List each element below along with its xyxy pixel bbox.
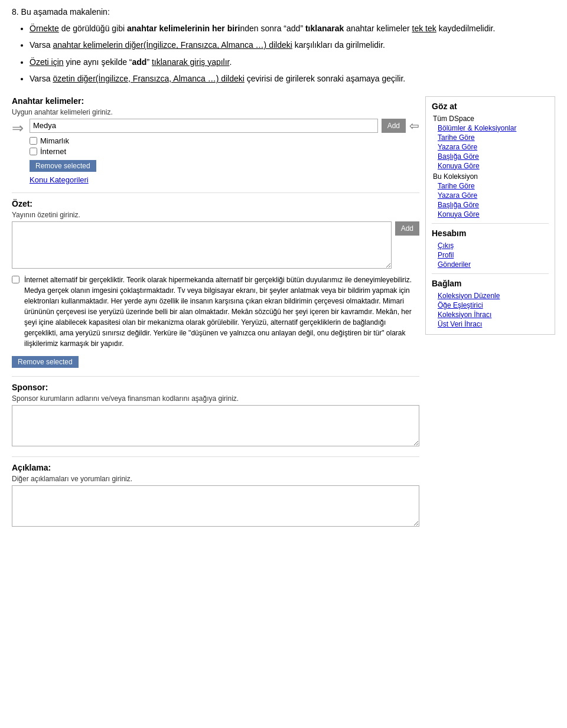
sponsor-section: Sponsor: Sponsor kurumların adlarını ve/… bbox=[12, 376, 419, 448]
ozet-section: Özet: Yayının özetini giriniz. Add bbox=[12, 192, 419, 269]
sidebar-link-tarihe1[interactable]: Tarihe Göre bbox=[438, 133, 549, 142]
ozetin-diger: özetin diğer(İngilizce, Fransızca, Alman… bbox=[53, 74, 244, 83]
divider-2 bbox=[432, 273, 549, 274]
sidebar-link-basliga2[interactable]: Başlığa Göre bbox=[438, 201, 549, 209]
tek-tek: tek tek bbox=[412, 24, 436, 33]
left-panel: Anahtar kelimeler: Uygun anahtar kelimel… bbox=[12, 96, 425, 537]
ozet-textarea-row: Add bbox=[12, 221, 419, 269]
sidebar-link-konuya1[interactable]: Konuya Göre bbox=[438, 162, 549, 170]
checkbox-mimarlik-input[interactable] bbox=[30, 137, 37, 145]
baglam-title: Bağlam bbox=[432, 279, 549, 288]
sidebar-link-basliga1[interactable]: Başlığa Göre bbox=[438, 152, 549, 161]
her-biri: anahtar kelimelerinin her biri bbox=[127, 24, 240, 33]
main-content: Anahtar kelimeler: Uygun anahtar kelimel… bbox=[12, 96, 555, 537]
keywords-hint: Uygun anahtar kelimeleri giriniz. bbox=[12, 108, 419, 116]
step-bullets: Örnekte de görüldüğü gibi anahtar kelime… bbox=[30, 22, 555, 86]
sidebar-link-yazara1[interactable]: Yazara Göre bbox=[438, 143, 549, 151]
left-arrow-icon: ⇒ bbox=[12, 120, 24, 136]
tum-dspace-text: Tüm DSpace bbox=[433, 115, 549, 123]
bu-koleksiyon-text: Bu Koleksiyon bbox=[433, 172, 549, 181]
sidebar-link-koleksiyon-duzenle[interactable]: Koleksiyon Düzenle bbox=[438, 292, 549, 300]
right-panel: Göz at Tüm DSpace Bölümler & Koleksiyonl… bbox=[425, 96, 555, 335]
ornekte: Örnekte bbox=[30, 24, 59, 33]
checkbox-mimarlik: Mimarlık bbox=[30, 136, 419, 145]
bullet-1: Örnekte de görüldüğü gibi anahtar kelime… bbox=[30, 22, 555, 35]
divider-1 bbox=[432, 223, 549, 224]
sidebar-link-cikis[interactable]: Çıkış bbox=[438, 241, 549, 250]
ozet-add-col: Add bbox=[395, 221, 419, 236]
step-intro: Bu aşamada makalenin: bbox=[21, 7, 110, 17]
sidebar-link-gonderiler[interactable]: Gönderiler bbox=[438, 260, 549, 269]
goz-at-title: Göz at bbox=[432, 102, 549, 111]
sponsor-label: Sponsor: bbox=[12, 383, 419, 392]
sidebar-link-bolumler[interactable]: Bölümler & Koleksiyonlar bbox=[438, 124, 549, 132]
step-num-label: 8. bbox=[12, 7, 19, 17]
ozet-hint: Yayının özetini giriniz. bbox=[12, 211, 419, 219]
step-header: 8. Bu aşamada makalenin: Örnekte de görü… bbox=[12, 6, 555, 89]
aciklama-section: Açıklama: Diğer açıklamaları ve yorumlar… bbox=[12, 456, 419, 528]
keywords-input-row: Add ⇦ bbox=[30, 119, 419, 133]
sidebar-link-profil[interactable]: Profil bbox=[438, 251, 549, 259]
keywords-section: Anahtar kelimeler: Uygun anahtar kelimel… bbox=[12, 96, 419, 184]
aciklama-hint: Diğer açıklamaları ve yorumları giriniz. bbox=[12, 475, 419, 483]
sidebar-link-yazara2[interactable]: Yazara Göre bbox=[438, 191, 549, 200]
keywords-add-button[interactable]: Add bbox=[382, 119, 406, 133]
ozet-add-button[interactable]: Add bbox=[395, 221, 419, 236]
sidebar-link-tarihe2[interactable]: Tarihe Göre bbox=[438, 182, 549, 190]
bullet-2: Varsa anahtar kelimelerin diğer(İngilizc… bbox=[30, 38, 555, 51]
sponsor-hint: Sponsor kurumların adlarını ve/veya fina… bbox=[12, 394, 419, 403]
step-number: 8. Bu aşamada makalenin: bbox=[12, 6, 555, 18]
hesabim-title: Hesabım bbox=[432, 228, 549, 238]
tiklanarak: tıklanarak bbox=[305, 24, 344, 33]
right-arrow-icon: ⇦ bbox=[409, 119, 419, 133]
bullet-4: Varsa özetin diğer(İngilizce, Fransızca,… bbox=[30, 72, 555, 85]
internet-checkbox[interactable] bbox=[12, 276, 19, 283]
diger-dil: anahtar kelimelerin diğer(İngilizce, Fra… bbox=[53, 40, 292, 50]
sidebar-link-konuya2[interactable]: Konuya Göre bbox=[438, 210, 549, 218]
remove-button-2[interactable]: Remove selected bbox=[12, 356, 79, 368]
sponsor-textarea[interactable] bbox=[12, 405, 419, 446]
checkbox-internet-input[interactable] bbox=[30, 148, 37, 155]
sidebar-link-ust-veri-ihraci[interactable]: Üst Veri İhracı bbox=[438, 320, 549, 328]
checkbox-internet-label: İnternet bbox=[40, 147, 66, 156]
sidebar-link-oge-eslestirici[interactable]: Öğe Eşleştirici bbox=[438, 301, 549, 309]
keywords-inner: Add ⇦ Mimarlık İnternet Remove selected bbox=[30, 119, 419, 184]
ozet-textarea[interactable] bbox=[12, 221, 392, 269]
keywords-label: Anahtar kelimeler: bbox=[12, 96, 419, 106]
bullet-3: Özeti için yine aynı şekilde “add” tıkla… bbox=[30, 56, 555, 68]
konu-kategorileri-link[interactable]: Konu Kategorileri bbox=[30, 175, 89, 184]
keywords-remove-button[interactable]: Remove selected bbox=[30, 160, 96, 172]
keywords-input-area: ⇒ Add ⇦ Mimarlık İntern bbox=[12, 119, 419, 184]
tiklanarak-giris: tıklanarak giriş yapılır bbox=[152, 57, 230, 67]
ozet-label: Özet: bbox=[12, 199, 419, 208]
sidebar-link-koleksiyon-ihraci[interactable]: Koleksiyon İhracı bbox=[438, 311, 549, 319]
aciklama-label: Açıklama: bbox=[12, 463, 419, 472]
add-bold: add bbox=[132, 57, 147, 67]
checkbox-internet: İnternet bbox=[30, 147, 419, 156]
internet-text-block: İnternet alternatif bir gerçekliktir. Te… bbox=[12, 275, 419, 349]
internet-text-content: İnternet alternatif bir gerçekliktir. Te… bbox=[24, 275, 419, 349]
keywords-input[interactable] bbox=[30, 119, 378, 133]
ozeti-icin: Özeti için bbox=[30, 57, 64, 67]
aciklama-textarea[interactable] bbox=[12, 485, 419, 527]
checkbox-mimarlik-label: Mimarlık bbox=[40, 136, 69, 145]
